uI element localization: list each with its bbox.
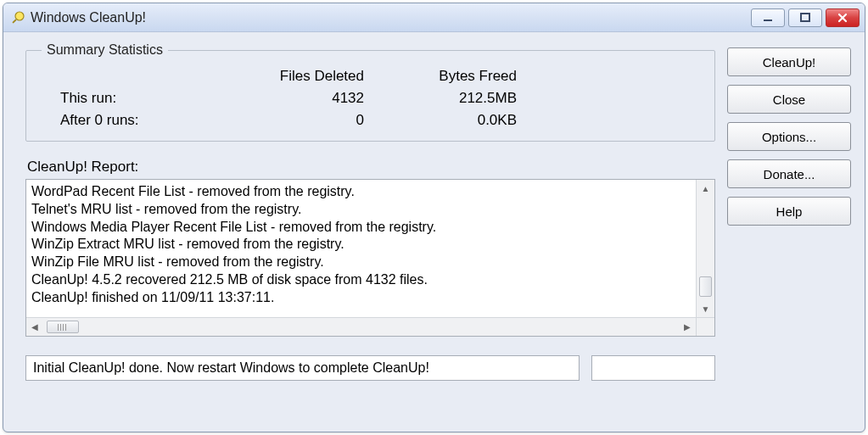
col-header-bytes: Bytes Freed: [381, 68, 534, 85]
summary-legend: Summary Statistics: [42, 42, 168, 58]
stats-row-label: After 0 runs:: [42, 112, 228, 129]
scroll-left-icon[interactable]: ◀: [26, 319, 43, 336]
status-side-box: [591, 355, 715, 381]
scroll-track[interactable]: [697, 197, 714, 300]
scroll-up-icon[interactable]: ▲: [697, 180, 714, 197]
report-line: Telnet's MRU list - removed from the reg…: [31, 201, 709, 219]
app-icon: [10, 10, 25, 25]
svg-point-0: [15, 12, 24, 20]
close-button[interactable]: Close: [727, 85, 851, 114]
report-line: WordPad Recent File List - removed from …: [31, 183, 709, 201]
scroll-down-icon[interactable]: ▼: [697, 300, 714, 317]
status-text: Initial CleanUp! done. Now restart Windo…: [25, 355, 580, 381]
report-line: WinZip File MRU list - removed from the …: [31, 254, 709, 271]
scroll-thumb[interactable]: [699, 276, 712, 297]
stats-grid: Files Deleted Bytes Freed This run: 4132…: [42, 68, 699, 129]
maximize-button[interactable]: [788, 8, 822, 27]
vertical-scrollbar[interactable]: ▲ ▼: [696, 180, 714, 317]
window-title: Windows CleanUp!: [31, 10, 146, 25]
scroll-right-icon[interactable]: ▶: [679, 319, 696, 336]
stats-row-files: 4132: [228, 90, 381, 107]
report-content: WordPad Recent File List - removed from …: [26, 180, 714, 336]
report-line: WinZip Extract MRU list - removed from t…: [31, 236, 709, 254]
col-header-files: Files Deleted: [228, 68, 381, 85]
report-label: CleanUp! Report:: [25, 159, 715, 176]
report-listbox[interactable]: WordPad Recent File List - removed from …: [25, 179, 715, 337]
titlebar: Windows CleanUp!: [3, 3, 865, 32]
stats-row-bytes: 0.0KB: [381, 112, 534, 129]
svg-rect-2: [764, 20, 772, 21]
app-window: Windows CleanUp! Summary Statistics File…: [3, 3, 865, 432]
minimize-button[interactable]: [751, 8, 785, 27]
report-line: CleanUp! finished on 11/09/11 13:37:11.: [31, 289, 709, 307]
report-line: Windows Media Player Recent File List - …: [31, 219, 709, 237]
stats-row-files: 0: [228, 112, 381, 129]
donate-button[interactable]: Donate...: [727, 159, 851, 188]
horizontal-scrollbar[interactable]: ◀ ▶: [26, 317, 696, 336]
options-button[interactable]: Options...: [727, 122, 851, 151]
cleanup-button[interactable]: CleanUp!: [727, 47, 851, 76]
button-column: CleanUp! Close Options... Donate... Help: [727, 42, 851, 418]
scroll-track[interactable]: [43, 318, 679, 336]
scroll-corner: [696, 317, 714, 336]
help-button[interactable]: Help: [727, 197, 851, 226]
client-area: Summary Statistics Files Deleted Bytes F…: [3, 32, 865, 432]
svg-rect-3: [801, 14, 809, 21]
main-column: Summary Statistics Files Deleted Bytes F…: [25, 42, 715, 418]
status-row: Initial CleanUp! done. Now restart Windo…: [25, 355, 715, 381]
scroll-thumb[interactable]: [47, 321, 79, 333]
stats-row-label: This run:: [42, 90, 228, 107]
close-window-button[interactable]: [826, 8, 860, 27]
svg-rect-1: [12, 19, 17, 24]
summary-statistics-group: Summary Statistics Files Deleted Bytes F…: [25, 42, 715, 142]
report-line: CleanUp! 4.5.2 recovered 212.5 MB of dis…: [31, 271, 709, 289]
stats-row-bytes: 212.5MB: [381, 90, 534, 107]
